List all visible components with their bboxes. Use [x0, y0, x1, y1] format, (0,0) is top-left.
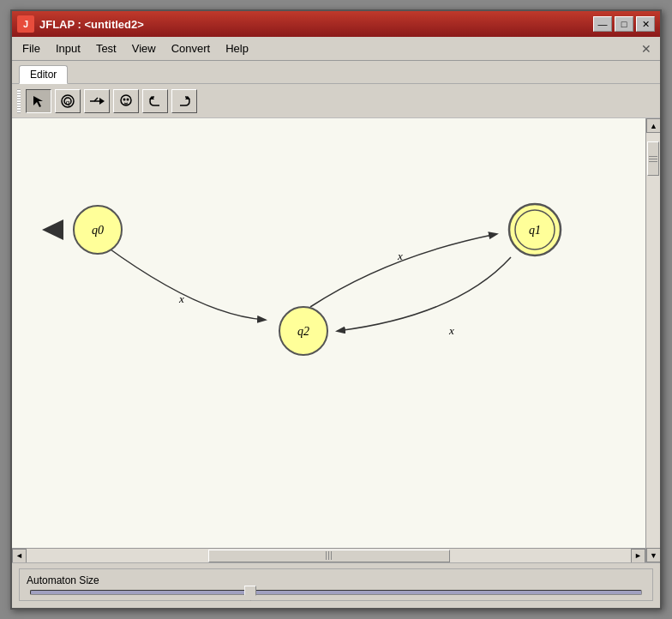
svg-marker-0 — [33, 96, 43, 107]
v-scroll-line-3 — [649, 161, 657, 162]
app-icon: J — [17, 15, 34, 33]
scroll-right-button[interactable]: ► — [631, 549, 645, 563]
toolbar: q — [12, 84, 660, 118]
h-scroll-line-3 — [331, 551, 332, 560]
label-q0-q2: x — [178, 292, 184, 305]
scroll-left-button[interactable]: ◄ — [12, 549, 27, 563]
transition-q1-q2 — [338, 257, 511, 331]
skull-icon — [118, 93, 134, 109]
minimize-button[interactable]: — — [593, 16, 612, 32]
transition-q2-q1 — [310, 234, 496, 307]
title-bar: J JFLAP : <untitled2> — □ ✕ — [12, 11, 660, 37]
slider-container — [27, 590, 645, 595]
redo-button[interactable] — [171, 89, 197, 113]
canvas-wrapper: x x x — [12, 118, 645, 562]
svg-text:q: q — [66, 99, 69, 106]
undo-icon — [147, 95, 163, 107]
menu-close-x[interactable]: ✕ — [636, 40, 657, 57]
menu-bar: File Input Test View Convert Help ✕ — [12, 37, 660, 61]
h-scroll-thumb[interactable] — [208, 550, 450, 562]
maximize-button[interactable]: □ — [615, 16, 633, 32]
size-label: Automaton Size — [27, 574, 645, 586]
tab-editor[interactable]: Editor — [19, 65, 68, 84]
state-tool-button[interactable]: q — [55, 89, 81, 113]
h-scroll-lines — [209, 550, 449, 562]
state-q0-label: q0 — [92, 224, 104, 237]
undo-button[interactable] — [142, 89, 168, 113]
select-tool-button[interactable] — [26, 89, 51, 113]
h-scroll-track[interactable] — [27, 549, 631, 563]
state-icon: q — [60, 93, 75, 109]
start-arrow — [42, 219, 63, 240]
menu-convert[interactable]: Convert — [165, 40, 218, 57]
scroll-up-button[interactable]: ▲ — [646, 118, 660, 133]
label-q1-q2: x — [448, 324, 454, 337]
bottom-panel: Automaton Size — [12, 562, 660, 608]
title-bar-left: J JFLAP : <untitled2> — [17, 15, 144, 33]
state-q1-label: q1 — [529, 224, 541, 237]
close-button[interactable]: ✕ — [636, 16, 655, 32]
h-scroll-line-1 — [326, 551, 327, 560]
transition-tool-button[interactable] — [84, 89, 110, 113]
state-q2-label: q2 — [297, 325, 309, 338]
h-scroll-line-2 — [328, 551, 329, 560]
menu-file[interactable]: File — [15, 40, 47, 57]
window-title: JFLAP : <untitled2> — [39, 18, 144, 31]
label-q2-q1: x — [397, 249, 403, 262]
v-scroll-line-2 — [649, 159, 657, 159]
vertical-scrollbar: ▲ ▼ — [645, 118, 660, 562]
v-scroll-track[interactable] — [646, 133, 660, 548]
redo-icon — [177, 95, 192, 107]
v-scroll-thumb[interactable] — [647, 141, 659, 176]
svg-marker-5 — [99, 98, 105, 105]
tab-area: Editor — [12, 61, 660, 84]
toolbar-separator — [17, 89, 21, 113]
v-scroll-lines — [648, 142, 658, 175]
main-content: x x x — [12, 118, 660, 562]
menu-input[interactable]: Input — [49, 40, 87, 57]
size-slider-track[interactable] — [30, 590, 642, 595]
canvas-area[interactable]: x x x — [12, 118, 645, 548]
menu-help[interactable]: Help — [219, 40, 255, 57]
window-controls: — □ ✕ — [593, 16, 655, 32]
menu-view[interactable]: View — [125, 40, 163, 57]
svg-point-9 — [127, 98, 129, 100]
delete-tool-button[interactable] — [113, 89, 139, 113]
horizontal-scrollbar: ◄ ► — [12, 548, 645, 562]
menu-test[interactable]: Test — [89, 40, 123, 57]
cursor-icon — [32, 94, 45, 108]
scroll-down-button[interactable]: ▼ — [646, 548, 660, 562]
automaton-svg: x x x — [12, 118, 645, 548]
size-slider-thumb[interactable] — [244, 586, 256, 601]
arrow-icon — [89, 95, 105, 107]
main-window: J JFLAP : <untitled2> — □ ✕ File Input T… — [10, 9, 662, 610]
transition-q0-q2 — [105, 245, 265, 320]
svg-point-8 — [123, 98, 126, 100]
v-scroll-line-1 — [649, 156, 657, 157]
